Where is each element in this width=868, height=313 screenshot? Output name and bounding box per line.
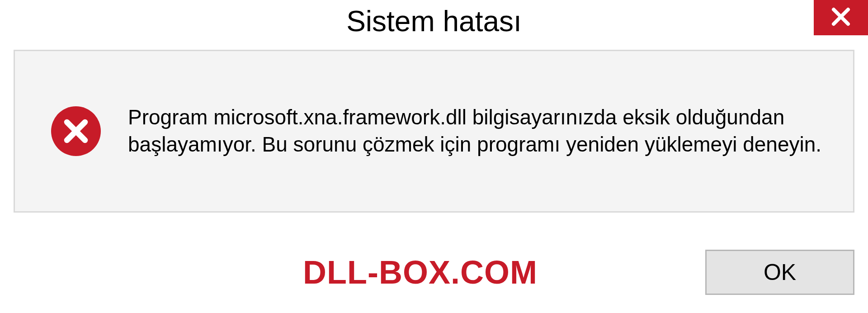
dialog-title: Sistem hatası [346,5,522,38]
ok-button[interactable]: OK [705,250,854,295]
dialog-footer: DLL-BOX.COM OK [14,245,854,299]
error-icon [51,106,101,156]
error-message: Program microsoft.xna.framework.dll bilg… [128,104,826,158]
close-button[interactable] [814,0,868,35]
close-icon [830,6,852,29]
dialog-titlebar: Sistem hatası [0,0,868,45]
message-panel: Program microsoft.xna.framework.dll bilg… [14,50,854,213]
watermark-text: DLL-BOX.COM [303,254,538,291]
